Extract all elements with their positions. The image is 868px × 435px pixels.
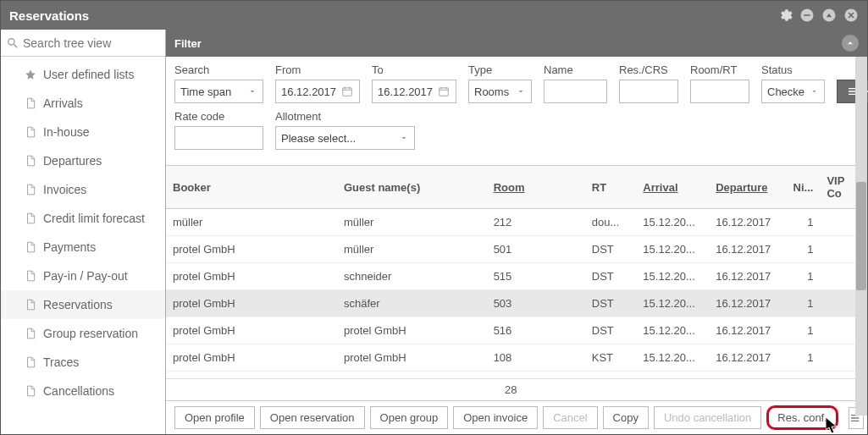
page-icon xyxy=(25,241,36,253)
search-label: Search xyxy=(174,63,263,76)
sidebar-item-label: Pay-in / Pay-out xyxy=(43,269,128,283)
summary-row: 28 xyxy=(166,378,867,400)
page-icon xyxy=(25,155,36,167)
table-row[interactable]: protel GmbHschäfer503DST15.12.20...16.12… xyxy=(166,290,867,317)
sidebar: User defined listsArrivalsIn-houseDepart… xyxy=(1,30,166,434)
search-input[interactable] xyxy=(23,36,160,50)
search-dropdown[interactable]: Time span xyxy=(174,80,263,103)
rescrs-input[interactable] xyxy=(619,80,678,103)
sidebar-item-traces[interactable]: Traces xyxy=(1,348,165,377)
row-count: 28 xyxy=(505,383,517,396)
svg-rect-5 xyxy=(440,88,449,96)
filter-body: Search Time span From 16.12.2017 xyxy=(166,57,867,166)
sidebar-item-label: Invoices xyxy=(43,183,86,196)
allotment-label: Allotment xyxy=(275,110,415,123)
maximize-icon[interactable] xyxy=(821,8,837,23)
reservations-window: Reservations User defined listsArrivalsI… xyxy=(0,0,868,435)
from-date[interactable]: 16.12.2017 xyxy=(275,80,360,103)
sidebar-item-in-house[interactable]: In-house xyxy=(1,118,165,146)
chevron-down-icon xyxy=(399,133,409,143)
table-row[interactable]: protel GmbHmüller501DST15.12.20...16.12.… xyxy=(166,236,867,263)
sidebar-item-user-defined-lists[interactable]: User defined lists xyxy=(1,60,165,89)
col-guest[interactable]: Guest name(s) xyxy=(337,166,487,209)
sidebar-item-label: Group reservation xyxy=(43,327,138,340)
filter-collapse-toggle[interactable] xyxy=(842,35,859,52)
col-booker[interactable]: Booker xyxy=(166,166,337,209)
sidebar-item-group-reservation[interactable]: Group reservation xyxy=(1,319,165,348)
status-label: Status xyxy=(761,63,825,76)
open-reservation-button[interactable]: Open reservation xyxy=(260,406,365,429)
calendar-icon[interactable] xyxy=(438,85,450,97)
page-icon xyxy=(25,385,36,397)
to-label: To xyxy=(372,63,456,76)
name-input[interactable] xyxy=(544,80,607,103)
sidebar-search[interactable] xyxy=(1,30,165,57)
open-invoice-button[interactable]: Open invoice xyxy=(453,406,538,429)
col-rt[interactable]: RT xyxy=(585,166,637,209)
chevron-up-icon xyxy=(844,37,856,49)
open-group-button[interactable]: Open group xyxy=(370,406,449,429)
rate-input[interactable] xyxy=(174,126,263,150)
cancel-button: Cancel xyxy=(543,406,597,429)
sidebar-item-reservations[interactable]: Reservations xyxy=(1,290,165,319)
cursor-icon xyxy=(826,417,839,434)
table-row[interactable]: protel GmbHprotel GmbH108KST15.12.20...1… xyxy=(166,344,867,372)
col-nights[interactable]: Ni... xyxy=(782,166,820,209)
status-dropdown[interactable]: Checke xyxy=(761,80,825,103)
col-arrival[interactable]: Arrival xyxy=(636,166,709,209)
page-icon xyxy=(25,299,36,311)
sidebar-item-credit-limit-forecast[interactable]: Credit limit forecast xyxy=(1,204,165,233)
page-icon xyxy=(25,184,36,195)
table-row[interactable]: protel GmbHprotel GmbH516DST15.12.20...1… xyxy=(166,317,867,344)
copy-button[interactable]: Copy xyxy=(603,406,649,429)
res-conf-button[interactable]: Res. conf. xyxy=(766,405,838,430)
filter-header: Filter xyxy=(166,30,867,57)
calendar-icon[interactable] xyxy=(341,85,353,97)
sidebar-tree: User defined listsArrivalsIn-houseDepart… xyxy=(1,57,165,434)
sidebar-item-label: Reservations xyxy=(43,298,113,311)
sidebar-item-label: Payments xyxy=(43,240,96,254)
page-icon xyxy=(25,97,36,109)
sidebar-item-label: In-house xyxy=(43,125,89,139)
vertical-scrollbar[interactable] xyxy=(855,57,867,416)
close-icon[interactable] xyxy=(843,8,859,23)
chevron-down-icon xyxy=(516,86,526,96)
col-departure[interactable]: Departure xyxy=(709,166,782,209)
sidebar-item-departures[interactable]: Departures xyxy=(1,146,165,175)
sidebar-item-label: Credit limit forecast xyxy=(43,212,145,225)
col-room[interactable]: Room xyxy=(487,166,585,209)
page-icon xyxy=(25,328,36,339)
table-row[interactable]: müllermüller212dou...15.12.20...16.12.20… xyxy=(166,209,867,236)
sidebar-item-label: Departures xyxy=(43,154,102,168)
sidebar-item-cancellations[interactable]: Cancellations xyxy=(1,377,165,405)
svg-rect-1 xyxy=(804,14,810,16)
rate-label: Rate code xyxy=(174,110,263,123)
sidebar-item-label: Traces xyxy=(43,355,79,369)
content-pane: Filter Search Time span xyxy=(166,30,867,434)
type-label: Type xyxy=(468,63,532,76)
roomrt-input[interactable] xyxy=(690,80,749,103)
allotment-dropdown[interactable]: Please select... xyxy=(275,126,415,150)
star-icon xyxy=(25,69,36,80)
sidebar-item-payments[interactable]: Payments xyxy=(1,233,165,262)
sidebar-item-label: Arrivals xyxy=(43,96,83,110)
results-table-wrap: Booker Guest name(s) Room RT Arrival Dep… xyxy=(166,166,867,378)
to-date[interactable]: 16.12.2017 xyxy=(372,80,456,103)
gear-icon[interactable] xyxy=(777,8,793,23)
sidebar-item-pay-in-pay-out[interactable]: Pay-in / Pay-out xyxy=(1,262,165,290)
undo-cancellation-button: Undo cancellation xyxy=(654,406,761,429)
page-icon xyxy=(25,212,36,224)
roomrt-label: Room/RT xyxy=(690,63,749,76)
svg-rect-4 xyxy=(343,88,352,96)
type-dropdown[interactable]: Rooms xyxy=(468,80,532,103)
titlebar: Reservations xyxy=(1,1,867,30)
table-row[interactable]: protel GmbHprotel GmbH104KST15.12.20...1… xyxy=(166,372,867,379)
sidebar-item-invoices[interactable]: Invoices xyxy=(1,175,165,204)
action-bar: Open profile Open reservation Open group… xyxy=(166,400,867,434)
name-label: Name xyxy=(544,63,607,76)
minimize-icon[interactable] xyxy=(799,8,815,23)
sidebar-item-arrivals[interactable]: Arrivals xyxy=(1,89,165,118)
chevron-down-icon xyxy=(810,86,819,96)
open-profile-button[interactable]: Open profile xyxy=(174,406,255,429)
table-row[interactable]: protel GmbHschneider515DST15.12.20...16.… xyxy=(166,263,867,290)
